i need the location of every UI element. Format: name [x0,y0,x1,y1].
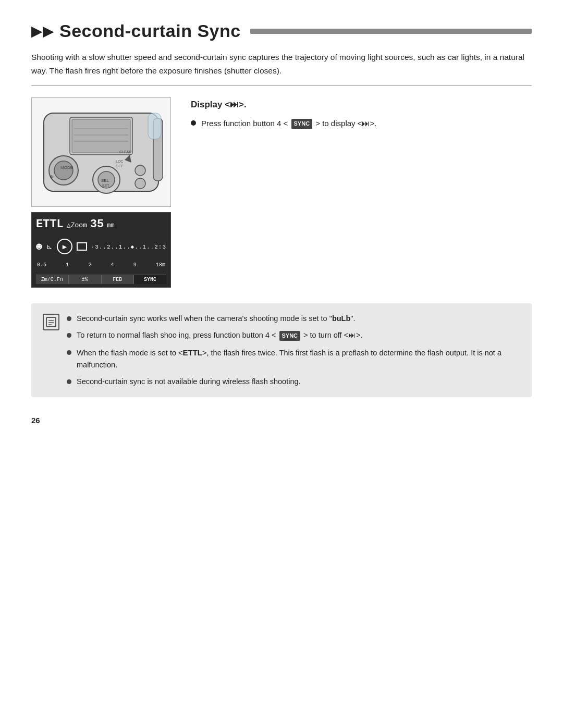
lcd-unit: mm [107,222,114,229]
note-bullet-2: To return to normal flash shoo ing, pres… [67,329,520,341]
note-dot-4 [67,379,71,384]
double-arrow-icon: ▶▶ [31,22,54,40]
note-icon [43,314,59,330]
display-label: Display <⏭>. [191,100,247,109]
camera-illustration: MODE ψ SEL SET LOC OFF· CLEAR [31,97,171,207]
svg-text:SET: SET [102,184,109,188]
lcd-btn-zmcfn: Zm/C.Fn [36,275,69,284]
lcd-btn-sync: SYNC [134,275,166,284]
sync-badge-2: SYNC [279,331,301,341]
note-dot-1 [67,316,71,321]
lcd-ruler-val-3: 2 [88,262,91,268]
note-bullet-3: When the flash mode is set to <ETTL>, th… [67,347,520,371]
lcd-mid-row: ☻ ⊾ ▶ ·3..2..1..◆..1..2:3 [36,238,166,255]
page-title: Second-curtain Sync [59,21,241,41]
svg-rect-2 [72,119,130,153]
lcd-ruler-val-4: 4 [111,262,114,268]
lcd-sync-circle-icon: ▶ [57,239,72,254]
note-text-2: To return to normal flash shoo ing, pres… [77,329,363,341]
svg-text:OFF·: OFF· [116,164,124,168]
note-symbol-svg [45,316,57,328]
lcd-number: 35 [90,218,104,231]
svg-point-18 [135,178,145,189]
intro-paragraph: Shooting with a slow shutter speed and s… [31,51,532,86]
note-bullet-4: Second-curtain sync is not available dur… [67,376,520,388]
lcd-figure-shadow: ⊾ [46,242,53,251]
instructions-column: Display <⏭>. Press function button 4 < S… [191,97,532,288]
lcd-top-row: ETTL △Zoom 35 mm [36,216,166,231]
bullet-dot-1 [191,120,196,126]
lcd-zoom-text: △Zoom [67,221,87,229]
note-dot-3 [67,350,71,355]
lcd-ruler-val-5: 9 [133,262,137,268]
svg-text:MODE: MODE [60,165,73,170]
note-box: Second-curtain sync works well when the … [31,303,532,397]
svg-text:CLEAR: CLEAR [119,150,131,154]
bullet-text-1: Press function button 4 < SYNC > to disp… [201,117,376,130]
bulb-text: buLb [332,314,350,323]
lcd-display-illustration: ETTL △Zoom 35 mm ☻ ⊾ ▶ ·3..2..1..◆..1..2… [31,212,171,288]
lcd-btn-exposure: ±% [69,275,102,284]
lcd-rect-icon [77,242,87,251]
lcd-ruler: 0.5 1 2 4 9 18m [36,262,166,268]
svg-rect-21 [148,113,161,139]
lcd-ruler-val-2: 1 [66,262,69,268]
svg-text:LOC: LOC [116,159,123,163]
lcd-btn-feb: FEB [102,275,134,284]
svg-point-7 [54,161,73,180]
note-text-3: When the flash mode is set to <ETTL>, th… [77,347,520,371]
note-bullet-1: Second-curtain sync works well when the … [67,313,520,325]
lcd-play-icon: ▶ [63,242,67,251]
lcd-ruler-val-1: 0.5 [37,262,46,268]
lcd-content: ETTL △Zoom 35 mm ☻ ⊾ ▶ ·3..2..1..◆..1..2… [32,213,170,287]
note-dot-2 [67,333,71,338]
display-heading: Display <⏭>. [191,100,532,110]
lcd-figure-icon: ☻ [36,241,42,253]
bullet-item-1: Press function button 4 < SYNC > to disp… [191,117,532,130]
svg-text:SEL: SEL [101,178,109,183]
note-text-4: Second-curtain sync is not available dur… [77,376,301,388]
title-bar-decoration [250,29,532,34]
camera-svg: MODE ψ SEL SET LOC OFF· CLEAR [39,103,164,202]
ettl-text-note: ETTL [183,348,203,357]
page-title-section: ▶▶ Second-curtain Sync [31,21,532,41]
page-number: 26 [31,416,532,425]
lcd-ettl-text: ETTL [36,218,64,231]
note-text-1: Second-curtain sync works well when the … [77,313,356,325]
svg-point-17 [135,165,145,176]
sync-badge-1: SYNC [291,119,313,129]
lcd-scale-text: ·3..2..1..◆..1..2:3 [91,243,166,250]
lcd-bottom-buttons: Zm/C.Fn ±% FEB SYNC [36,275,166,284]
svg-rect-22 [46,317,56,327]
note-content: Second-curtain sync works well when the … [67,313,520,388]
lcd-ruler-val-6: 18m [156,262,165,268]
images-column: MODE ψ SEL SET LOC OFF· CLEAR [31,97,172,288]
main-content-section: MODE ψ SEL SET LOC OFF· CLEAR [31,97,532,288]
svg-text:ψ: ψ [50,174,54,179]
